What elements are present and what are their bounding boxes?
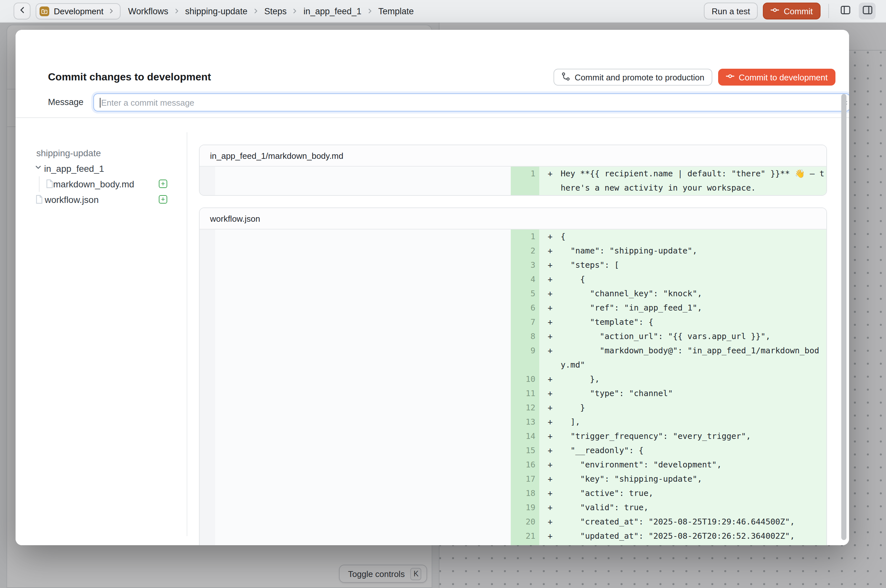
diff-line: 20+ "created_at": "2025-08-25T19:29:46.6…	[199, 515, 826, 529]
top-bar-actions: Run a test Commit	[704, 3, 876, 20]
old-line-content	[215, 429, 511, 443]
breadcrumb-item[interactable]: shipping-update	[185, 6, 247, 16]
right-panel-icon	[862, 4, 873, 18]
old-line-content	[215, 458, 511, 472]
new-line-content: + "ref": "in_app_feed_1",	[539, 301, 826, 315]
added-line-marker: +	[548, 230, 557, 244]
new-line-content: + "updated_at": "2025-08-26T20:26:52.364…	[539, 529, 826, 543]
new-line-number: 21	[511, 529, 539, 543]
code-text: "active": true,	[561, 486, 826, 501]
modal-scrollbar[interactable]	[841, 94, 847, 540]
toggle-right-panel-button[interactable]	[859, 3, 876, 20]
file-icon	[45, 179, 54, 189]
new-line-content: + "type": "channel"	[539, 386, 826, 400]
new-line-content: + {	[539, 272, 826, 286]
old-line-content	[215, 315, 511, 329]
breadcrumb-item[interactable]: Template	[378, 6, 414, 16]
added-line-marker: +	[548, 344, 557, 358]
new-line-number: 8	[511, 329, 539, 344]
new-line-content: + "trigger_frequency": "every_trigger",	[539, 429, 826, 443]
diff-list: in_app_feed_1/markdown_body.md1+Hey **{{…	[187, 118, 849, 545]
new-line-content: + ],	[539, 415, 826, 429]
diff-line: 6+ "ref": "in_app_feed_1",	[199, 301, 826, 315]
diff-line: 15+ "__readonly": {	[199, 443, 826, 458]
back-button[interactable]	[13, 3, 30, 20]
old-line-gutter	[199, 301, 215, 315]
new-line-number: 18	[511, 486, 539, 501]
dialog-actions: Commit and promote to production Commit …	[553, 69, 835, 86]
added-line-marker: +	[548, 386, 557, 400]
code-text: "valid": true,	[561, 501, 826, 515]
code-text: "steps": [	[561, 258, 826, 272]
old-line-gutter	[199, 443, 215, 458]
old-line-gutter	[199, 415, 215, 429]
old-line-content	[215, 301, 511, 315]
chevron-down-icon[interactable]	[34, 164, 42, 171]
new-line-number: 7	[511, 315, 539, 329]
new-line-number: 3	[511, 258, 539, 272]
commit-message-input[interactable]: Enter a commit message	[93, 93, 849, 111]
old-line-content	[215, 258, 511, 272]
message-label: Message	[48, 97, 84, 107]
commit-button[interactable]: Commit	[763, 3, 820, 20]
old-line-content	[215, 344, 511, 372]
toggle-left-panel-button[interactable]	[837, 3, 854, 20]
old-line-content	[215, 386, 511, 400]
added-line-marker: +	[548, 443, 557, 458]
tree-item-markdown-file[interactable]: markdown_body.md	[15, 176, 187, 192]
diff-file-name: in_app_feed_1/markdown_body.md	[199, 145, 826, 166]
old-line-content	[215, 166, 511, 195]
new-line-content: + "environment": "development",	[539, 458, 826, 472]
code-text: "__readonly": {	[561, 443, 826, 458]
diff-line: 5+ "channel_key": "knock",	[199, 286, 826, 301]
commit-to-development-button[interactable]: Commit to development	[718, 69, 835, 86]
new-line-number: 1	[511, 166, 539, 195]
tree-item-step[interactable]: in_app_feed_1	[15, 161, 187, 176]
code-text: "ref": "in_app_feed_1",	[561, 301, 826, 315]
old-line-content	[215, 472, 511, 486]
breadcrumb-item[interactable]: Steps	[264, 6, 286, 16]
new-line-content: + "__readonly": {	[539, 443, 826, 458]
new-line-content: + "active": true,	[539, 486, 826, 501]
changed-files-tree: shipping-update in_app_feed_1 markdown_b…	[15, 118, 187, 545]
new-line-number: 15	[511, 443, 539, 458]
breadcrumb-item[interactable]: in_app_feed_1	[303, 6, 361, 16]
diff-card: in_app_feed_1/markdown_body.md1+Hey **{{…	[199, 145, 827, 196]
added-line-marker: +	[548, 400, 557, 415]
diff-card: workflow.json1+{2+ "name": "shipping-upd…	[199, 207, 827, 545]
old-line-gutter	[199, 529, 215, 543]
code-text: "sha": "pJeLVir6xIlUCMGqs9qroZoUAVDSwA0y…	[561, 543, 826, 545]
old-line-content	[215, 529, 511, 543]
chevron-right-icon	[173, 8, 180, 14]
new-line-content: +{	[539, 230, 826, 244]
diff-line: 19+ "valid": true,	[199, 501, 826, 515]
tree-item-workflow-file[interactable]: workflow.json	[15, 192, 187, 207]
diff-line: 11+ "type": "channel"	[199, 386, 826, 400]
added-line-marker: +	[548, 429, 557, 443]
run-a-test-button[interactable]: Run a test	[704, 3, 758, 20]
old-line-gutter	[199, 429, 215, 443]
old-line-gutter	[199, 230, 215, 244]
code-text: Hey **{{ recipient.name | default: "ther…	[561, 166, 826, 195]
commit-dialog-header: Commit changes to development Commit and…	[15, 30, 849, 118]
diff-line: 17+ "key": "shipping-update",	[199, 472, 826, 486]
added-line-marker: +	[548, 501, 557, 515]
file-name: workflow.json	[45, 195, 99, 205]
commit-and-promote-label: Commit and promote to production	[574, 72, 704, 82]
commit-icon	[771, 6, 779, 16]
commit-and-promote-button[interactable]: Commit and promote to production	[553, 69, 712, 86]
new-line-content: + "key": "shipping-update",	[539, 472, 826, 486]
new-line-number: 2	[511, 244, 539, 258]
breadcrumb-item[interactable]: Workflows	[128, 6, 168, 16]
old-line-content	[215, 501, 511, 515]
promote-icon	[561, 72, 570, 82]
environment-switcher[interactable]: Development	[36, 3, 120, 19]
new-line-number: 22	[511, 543, 539, 545]
run-a-test-label: Run a test	[712, 6, 750, 16]
added-line-marker: +	[548, 272, 557, 286]
new-line-number: 1	[511, 230, 539, 244]
step-name: in_app_feed_1	[44, 164, 104, 174]
added-line-marker: +	[548, 301, 557, 315]
commit-icon	[726, 72, 734, 82]
diff-line: 10+ },	[199, 372, 826, 386]
